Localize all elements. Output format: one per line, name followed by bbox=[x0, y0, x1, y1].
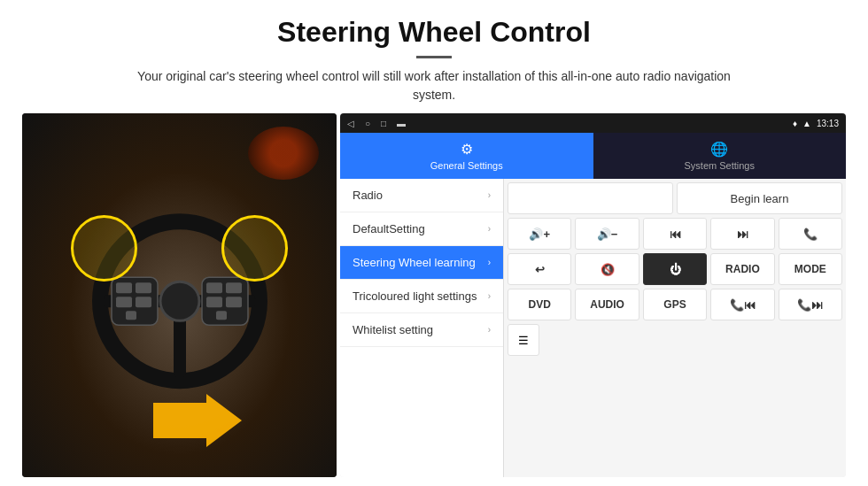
tab-general-label: General Settings bbox=[430, 160, 503, 171]
svg-rect-10 bbox=[126, 311, 136, 320]
btn-row-2: 🔊+ 🔊− ⏮ ⏭ 📞 bbox=[508, 218, 842, 250]
chevron-icon: › bbox=[488, 291, 491, 301]
menu-default-label: DefaultSetting bbox=[353, 222, 425, 235]
menu-item-tricoloured[interactable]: Tricoloured light settings › bbox=[340, 280, 503, 313]
chevron-icon: › bbox=[488, 224, 491, 234]
menu-item-default-setting[interactable]: DefaultSetting › bbox=[340, 212, 503, 246]
menu-tricoloured-label: Tricoloured light settings bbox=[353, 289, 477, 303]
svg-rect-16 bbox=[216, 311, 227, 320]
dashboard-glow bbox=[248, 127, 319, 180]
tab-system-settings[interactable]: 🌐 System Settings bbox=[593, 133, 847, 179]
tab-general-settings[interactable]: ⚙ General Settings bbox=[340, 133, 593, 179]
svg-rect-13 bbox=[226, 282, 242, 293]
nav-home-btn[interactable]: ○ bbox=[365, 119, 370, 128]
svg-rect-9 bbox=[136, 297, 151, 307]
menu-steering-label: Steering Wheel learning bbox=[353, 256, 476, 269]
empty-box bbox=[508, 182, 673, 214]
svg-rect-3 bbox=[174, 312, 186, 376]
queue-button[interactable]: ☰ bbox=[508, 324, 539, 356]
gps-label: GPS bbox=[663, 298, 686, 311]
back-button[interactable]: ↩ bbox=[508, 253, 571, 285]
svg-marker-17 bbox=[153, 394, 242, 447]
menu-item-steering-wheel[interactable]: Steering Wheel learning › bbox=[340, 246, 503, 280]
android-panel: ◁ ○ □ ▬ ♦ ▲ 13:13 ⚙ General Settings bbox=[340, 113, 846, 477]
subtitle-text: Your original car's steering wheel contr… bbox=[124, 67, 744, 104]
btn-row-4: DVD AUDIO GPS 📞⏮ 📞⏭ bbox=[508, 289, 842, 320]
mute-button[interactable]: 🔇 bbox=[575, 253, 639, 285]
radio-button[interactable]: RADIO bbox=[710, 253, 774, 285]
queue-icon: ☰ bbox=[518, 334, 529, 347]
btn-row-5: ☰ bbox=[508, 324, 842, 356]
svg-rect-12 bbox=[206, 282, 222, 293]
next-track-button[interactable]: ⏭ bbox=[710, 218, 774, 250]
nav-cast-btn[interactable]: ▬ bbox=[397, 119, 406, 128]
next-track-icon: ⏭ bbox=[737, 228, 748, 241]
right-panel: Begin learn 🔊+ 🔊− ⏮ bbox=[504, 179, 846, 477]
content-area: ◁ ○ □ ▬ ♦ ▲ 13:13 ⚙ General Settings bbox=[0, 113, 868, 486]
menu-item-whitelist[interactable]: Whitelist setting › bbox=[340, 313, 503, 347]
phone-next-icon: 📞⏭ bbox=[797, 298, 823, 312]
highlight-right-circle bbox=[221, 215, 288, 282]
volume-up-icon: 🔊+ bbox=[529, 228, 550, 241]
left-menu: Radio › DefaultSetting › Steering Wheel … bbox=[340, 179, 504, 477]
header-section: Steering Wheel Control Your original car… bbox=[0, 0, 868, 113]
audio-button[interactable]: AUDIO bbox=[575, 289, 639, 320]
btn-row-1: Begin learn bbox=[508, 182, 842, 214]
menu-whitelist-label: Whitelist setting bbox=[353, 323, 433, 336]
power-button[interactable]: ⏻ bbox=[643, 253, 707, 285]
prev-track-icon: ⏮ bbox=[670, 228, 681, 241]
begin-learn-button[interactable]: Begin learn bbox=[677, 182, 842, 214]
general-settings-icon: ⚙ bbox=[461, 141, 473, 158]
volume-down-icon: 🔊− bbox=[597, 228, 618, 241]
status-nav: ◁ ○ □ ▬ bbox=[347, 119, 406, 128]
menu-radio-label: Radio bbox=[353, 189, 383, 202]
btn-row-3: ↩ 🔇 ⏻ RADIO MODE bbox=[508, 253, 842, 285]
chevron-icon: › bbox=[488, 258, 491, 267]
nav-recent-btn[interactable]: □ bbox=[381, 119, 386, 128]
gps-button[interactable]: GPS bbox=[643, 289, 707, 320]
phone-prev-button[interactable]: 📞⏮ bbox=[710, 289, 774, 320]
mute-icon: 🔇 bbox=[601, 263, 615, 276]
page-wrapper: Steering Wheel Control Your original car… bbox=[0, 0, 868, 486]
nav-back-btn[interactable]: ◁ bbox=[347, 119, 354, 128]
phone-icon: 📞 bbox=[803, 228, 818, 241]
menu-item-radio[interactable]: Radio › bbox=[340, 179, 503, 212]
car-image-panel bbox=[22, 113, 337, 477]
back-icon: ↩ bbox=[535, 263, 545, 276]
title-divider bbox=[416, 56, 452, 58]
prev-track-button[interactable]: ⏮ bbox=[643, 218, 707, 250]
arrow-overlay bbox=[153, 394, 242, 451]
clock-display: 13:13 bbox=[817, 119, 839, 128]
svg-rect-14 bbox=[206, 297, 222, 307]
dvd-button[interactable]: DVD bbox=[508, 289, 571, 320]
svg-rect-8 bbox=[116, 297, 132, 307]
power-icon: ⏻ bbox=[670, 263, 681, 276]
svg-point-4 bbox=[160, 282, 199, 320]
radio-label: RADIO bbox=[725, 263, 760, 275]
chevron-icon: › bbox=[488, 190, 491, 200]
svg-rect-7 bbox=[136, 282, 151, 293]
mode-label: MODE bbox=[794, 263, 826, 275]
phone-next-button[interactable]: 📞⏭ bbox=[779, 289, 842, 320]
signal-icon: ▲ bbox=[802, 119, 811, 128]
status-right: ♦ ▲ 13:13 bbox=[793, 119, 839, 128]
svg-rect-6 bbox=[116, 282, 132, 293]
gps-icon: ♦ bbox=[793, 119, 797, 128]
mode-button[interactable]: MODE bbox=[779, 253, 842, 285]
android-main: Radio › DefaultSetting › Steering Wheel … bbox=[340, 179, 846, 477]
phone-prev-icon: 📞⏮ bbox=[730, 298, 756, 312]
tab-system-label: System Settings bbox=[685, 160, 755, 171]
page-title: Steering Wheel Control bbox=[35, 16, 833, 49]
highlight-left-circle bbox=[71, 215, 137, 282]
status-bar: ◁ ○ □ ▬ ♦ ▲ 13:13 bbox=[340, 113, 846, 133]
phone-button[interactable]: 📞 bbox=[779, 218, 842, 250]
dvd-label: DVD bbox=[529, 298, 551, 311]
system-settings-icon: 🌐 bbox=[710, 141, 728, 158]
chevron-icon: › bbox=[488, 325, 491, 335]
volume-down-button[interactable]: 🔊− bbox=[575, 218, 639, 250]
audio-label: AUDIO bbox=[590, 298, 624, 311]
tab-bar: ⚙ General Settings 🌐 System Settings bbox=[340, 133, 846, 179]
volume-up-button[interactable]: 🔊+ bbox=[508, 218, 571, 250]
svg-rect-15 bbox=[226, 297, 242, 307]
